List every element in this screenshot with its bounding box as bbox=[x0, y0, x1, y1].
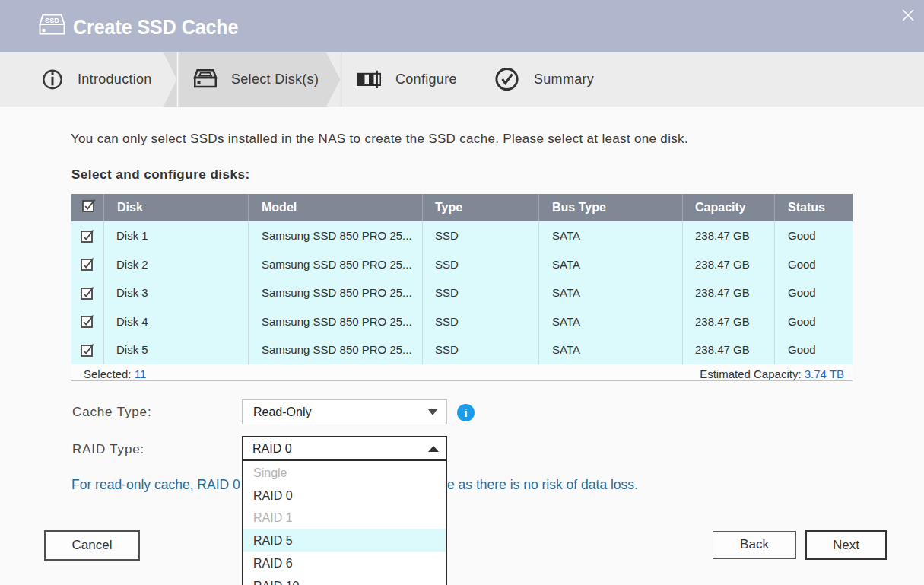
svg-text:SSD: SSD bbox=[45, 17, 59, 24]
